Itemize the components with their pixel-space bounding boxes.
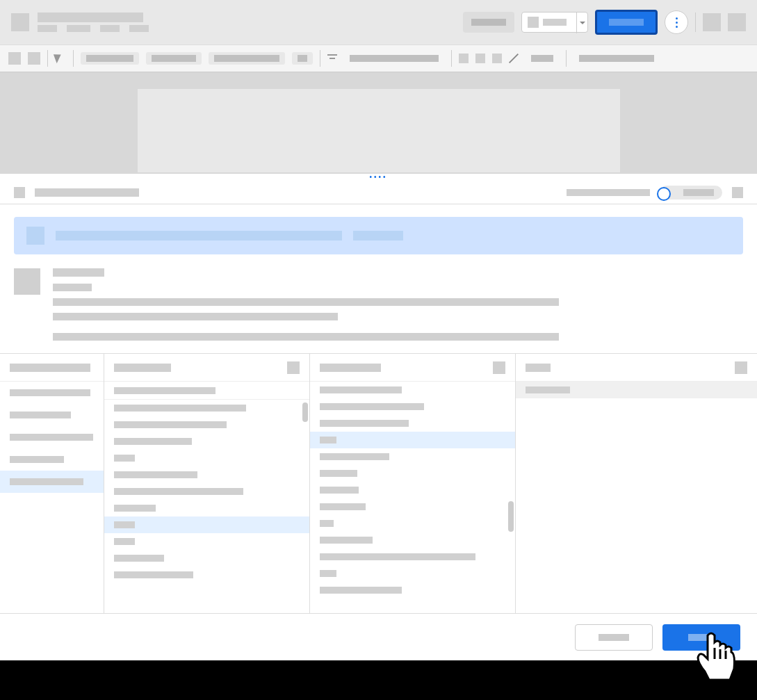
info-heading — [53, 268, 104, 277]
panel-icon — [14, 187, 25, 198]
canvas-page[interactable] — [138, 89, 620, 172]
banner-text — [56, 231, 342, 241]
panel-header — [0, 181, 757, 204]
toolbar-group[interactable] — [526, 52, 559, 65]
column-header — [310, 354, 515, 382]
more-menu-button[interactable] — [665, 10, 688, 34]
toolbar-button[interactable] — [8, 52, 21, 65]
toolbar-button[interactable] — [28, 52, 40, 65]
column-2 — [104, 354, 310, 613]
toolbar-group[interactable] — [344, 52, 444, 65]
header-primary-button[interactable] — [595, 10, 658, 35]
panel-drag-handle[interactable]: •••• — [0, 174, 757, 181]
column-header — [0, 354, 104, 382]
column-4 — [516, 354, 757, 613]
header-dropdown-icon — [528, 17, 539, 28]
list-item[interactable] — [104, 400, 309, 416]
document-title[interactable] — [38, 13, 143, 22]
menu-item[interactable] — [129, 25, 149, 32]
toolbar-group[interactable] — [209, 52, 285, 65]
toolbar-group[interactable] — [146, 52, 202, 65]
line-icon[interactable] — [509, 54, 519, 63]
toolbar — [0, 44, 757, 72]
toggle-switch[interactable] — [660, 186, 722, 200]
source-icon — [14, 268, 40, 295]
info-section — [0, 261, 757, 354]
list-item[interactable] — [310, 448, 515, 465]
header-button[interactable] — [463, 12, 514, 33]
filter-icon[interactable] — [327, 54, 337, 63]
chevron-down-icon[interactable] — [576, 13, 587, 33]
column-browser — [0, 354, 757, 613]
menu-bar — [38, 25, 149, 32]
list-item[interactable] — [104, 533, 309, 550]
list-item[interactable] — [310, 582, 515, 599]
cancel-button[interactable] — [575, 624, 653, 651]
panel-subtitle — [567, 189, 650, 196]
list-item[interactable] — [310, 465, 515, 482]
panel-close-icon[interactable] — [732, 187, 743, 198]
toolbar-group[interactable] — [81, 52, 139, 65]
list-item[interactable] — [0, 471, 104, 493]
list-item[interactable] — [310, 482, 515, 498]
list-item[interactable] — [104, 416, 309, 433]
list-item[interactable] — [104, 516, 309, 533]
list-item[interactable] — [310, 398, 515, 415]
list-item[interactable] — [310, 565, 515, 582]
scrollbar[interactable] — [302, 402, 308, 422]
menu-item[interactable] — [100, 25, 120, 32]
toolbar-group[interactable] — [292, 52, 313, 65]
toolbar-button[interactable] — [459, 54, 469, 63]
info-description — [53, 313, 338, 320]
list-item[interactable] — [310, 515, 515, 532]
avatar[interactable] — [728, 13, 746, 31]
menu-item[interactable] — [38, 25, 57, 32]
column-action-icon[interactable] — [735, 361, 747, 374]
column-header — [104, 354, 309, 382]
list-item[interactable] — [310, 498, 515, 515]
info-link[interactable] — [53, 333, 114, 341]
list-item[interactable] — [0, 426, 104, 448]
list-item[interactable] — [104, 466, 309, 483]
list-item[interactable] — [104, 433, 309, 450]
scrollbar[interactable] — [508, 501, 514, 532]
info-description — [53, 298, 559, 306]
column-3 — [310, 354, 516, 613]
list-item[interactable] — [310, 382, 515, 398]
column-action-icon[interactable] — [287, 361, 300, 374]
header-dropdown-button[interactable] — [521, 12, 588, 33]
list-item[interactable] — [104, 450, 309, 466]
list-item[interactable] — [104, 483, 309, 500]
list-item[interactable] — [310, 415, 515, 432]
column-action-icon[interactable] — [493, 361, 505, 374]
list-item[interactable] — [104, 550, 309, 567]
header-icon[interactable] — [703, 13, 721, 31]
cursor-icon[interactable] — [55, 53, 66, 64]
list-item[interactable] — [310, 532, 515, 548]
column-1 — [0, 354, 104, 613]
app-header — [0, 0, 757, 44]
menu-item[interactable] — [67, 25, 90, 32]
list-item[interactable] — [0, 404, 104, 426]
toolbar-button[interactable] — [492, 54, 502, 63]
list-item[interactable] — [104, 567, 309, 583]
info-icon — [26, 227, 44, 245]
toolbar-group[interactable] — [573, 52, 660, 65]
column-search[interactable] — [104, 382, 309, 400]
list-item[interactable] — [104, 500, 309, 516]
info-subheading — [53, 284, 92, 291]
banner-link[interactable] — [353, 231, 403, 241]
list-item[interactable] — [310, 548, 515, 565]
panel-title — [35, 188, 139, 197]
info-link[interactable] — [135, 333, 217, 341]
list-item[interactable] — [0, 448, 104, 471]
toolbar-button[interactable] — [475, 54, 485, 63]
dialog-footer — [0, 613, 757, 660]
list-item[interactable] — [516, 382, 757, 398]
canvas-area — [0, 72, 757, 174]
app-icon[interactable] — [11, 13, 29, 31]
list-item[interactable] — [310, 432, 515, 448]
apply-button[interactable] — [662, 624, 740, 651]
list-item[interactable] — [0, 382, 104, 404]
column-header — [516, 354, 757, 382]
